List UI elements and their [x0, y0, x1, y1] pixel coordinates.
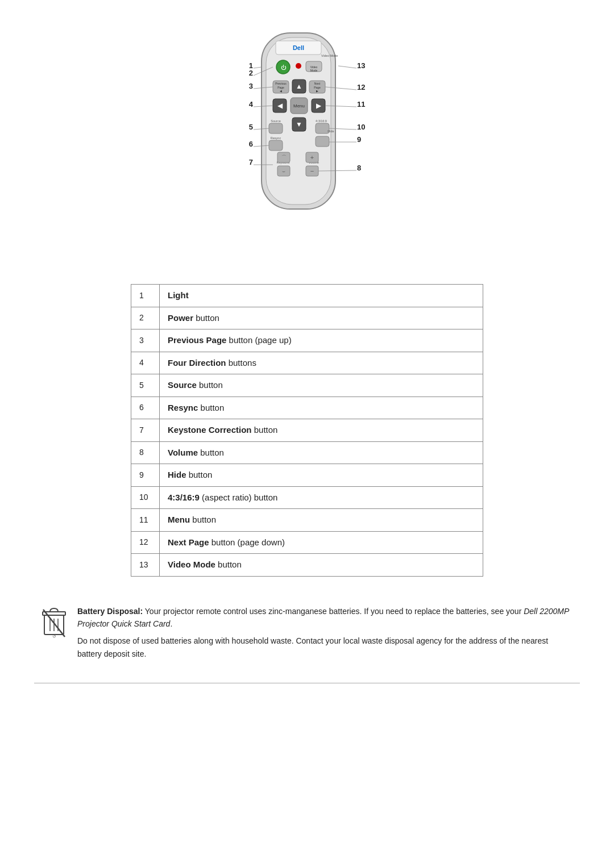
row-label: Four Direction buttons [160, 352, 483, 374]
row-number: 13 [131, 554, 160, 577]
row-label: 4:3/16:9 (aspect ratio) button [160, 486, 483, 509]
svg-text:▼: ▼ [296, 120, 302, 128]
table-row: 4Four Direction buttons [131, 352, 483, 374]
row-label: Hide button [160, 464, 483, 487]
battery-period: . [170, 619, 172, 628]
row-number: 1 [131, 285, 160, 307]
row-number: 9 [131, 464, 160, 487]
table-row: 3Previous Page button (page up) [131, 329, 483, 352]
svg-text:12: 12 [357, 83, 365, 91]
svg-text:▶: ▶ [316, 89, 318, 93]
svg-text:⌣: ⌣ [282, 168, 285, 174]
row-label: Next Page button (page down) [160, 531, 483, 554]
row-number: 2 [131, 307, 160, 329]
battery-title: Battery Disposal: [77, 607, 143, 616]
svg-text:Dell: Dell [293, 44, 304, 51]
svg-text:↺: ↺ [52, 634, 56, 639]
svg-point-7 [296, 63, 301, 69]
svg-text:13: 13 [357, 61, 365, 70]
svg-text:◀: ◀ [277, 102, 283, 110]
svg-text:Source: Source [271, 119, 280, 123]
svg-text:Video Mode: Video Mode [321, 54, 338, 57]
svg-text:▶: ▶ [316, 102, 322, 110]
footer-line [34, 683, 580, 683]
svg-line-72 [338, 66, 356, 68]
table-row: 11Menu button [131, 509, 483, 532]
table-row: 12Next Page button (page down) [131, 531, 483, 554]
table-row: 6Resync button [131, 397, 483, 419]
svg-text:5: 5 [249, 123, 253, 131]
row-label: Video Mode button [160, 554, 483, 577]
battery-paragraph-1: Battery Disposal: Your projector remote … [77, 605, 574, 631]
table-row: 7Keystone Correction button [131, 419, 483, 442]
svg-text:Mode: Mode [310, 69, 318, 72]
table-row: 9Hide button [131, 464, 483, 487]
row-number: 7 [131, 419, 160, 442]
battery-paragraph-2: Do not dispose of used batteries along w… [77, 635, 574, 660]
svg-text:Menu: Menu [293, 103, 305, 108]
battery-disposal-section: ↺ Battery Disposal: Your projector remot… [34, 605, 580, 661]
svg-text:4:3/16:9: 4:3/16:9 [316, 119, 327, 123]
svg-text:◀: ◀ [280, 89, 282, 93]
remote-diagram: Dell Video Mode ⏻ Video Mode Previous Pa… [34, 23, 580, 261]
table-row: 104:3/16:9 (aspect ratio) button [131, 486, 483, 509]
remote-svg: Dell Video Mode ⏻ Video Mode Previous Pa… [188, 23, 426, 261]
button-reference-table: 1Light2Power button3Previous Page button… [131, 284, 483, 577]
svg-text:9: 9 [357, 135, 361, 144]
table-row: 2Power button [131, 307, 483, 329]
table-row: 1Light [131, 285, 483, 307]
svg-text:11: 11 [357, 100, 365, 108]
battery-text: Battery Disposal: Your projector remote … [77, 605, 574, 661]
svg-text:3: 3 [249, 82, 253, 90]
row-label: Previous Page button (page up) [160, 329, 483, 352]
svg-text:▲: ▲ [296, 82, 302, 90]
row-number: 8 [131, 441, 160, 464]
row-number: 11 [131, 509, 160, 532]
row-label: Source button [160, 374, 483, 397]
svg-rect-36 [316, 136, 329, 147]
row-label: Resync button [160, 397, 483, 419]
row-label: Light [160, 285, 483, 307]
svg-text:Hide: Hide [327, 130, 334, 133]
svg-rect-35 [269, 140, 283, 151]
svg-text:Previous: Previous [275, 82, 287, 85]
row-number: 12 [131, 531, 160, 554]
svg-text:⏻: ⏻ [281, 65, 287, 70]
svg-text:10: 10 [357, 123, 365, 131]
row-label: Volume button [160, 441, 483, 464]
row-number: 4 [131, 352, 160, 374]
svg-text:Next: Next [314, 82, 321, 85]
table-row: 8Volume button [131, 441, 483, 464]
row-label: Power button [160, 307, 483, 329]
row-number: 3 [131, 329, 160, 352]
svg-text:+: + [310, 154, 314, 161]
battery-text1: Your projector remote control uses zinc-… [143, 607, 524, 616]
table-row: 13Video Mode button [131, 554, 483, 577]
row-number: 5 [131, 374, 160, 397]
svg-text:⌒: ⌒ [281, 155, 287, 160]
page-content: Dell Video Mode ⏻ Video Mode Previous Pa… [34, 23, 580, 683]
row-number: 6 [131, 397, 160, 419]
svg-text:4: 4 [249, 100, 254, 108]
table-row: 5Source button [131, 374, 483, 397]
row-label: Keystone Correction button [160, 419, 483, 442]
svg-text:7: 7 [249, 158, 253, 166]
remote-wrapper: Dell Video Mode ⏻ Video Mode Previous Pa… [188, 23, 426, 261]
svg-text:8: 8 [357, 164, 361, 172]
svg-line-78 [43, 610, 65, 637]
svg-text:6: 6 [249, 140, 253, 148]
svg-text:2: 2 [249, 69, 253, 77]
row-label: Menu button [160, 509, 483, 532]
svg-text:−: − [310, 168, 314, 174]
svg-rect-28 [269, 123, 283, 133]
svg-text:Resync: Resync [271, 136, 281, 140]
row-number: 10 [131, 486, 160, 509]
battery-disposal-icon: ↺ [40, 605, 68, 639]
svg-line-60 [254, 67, 262, 68]
